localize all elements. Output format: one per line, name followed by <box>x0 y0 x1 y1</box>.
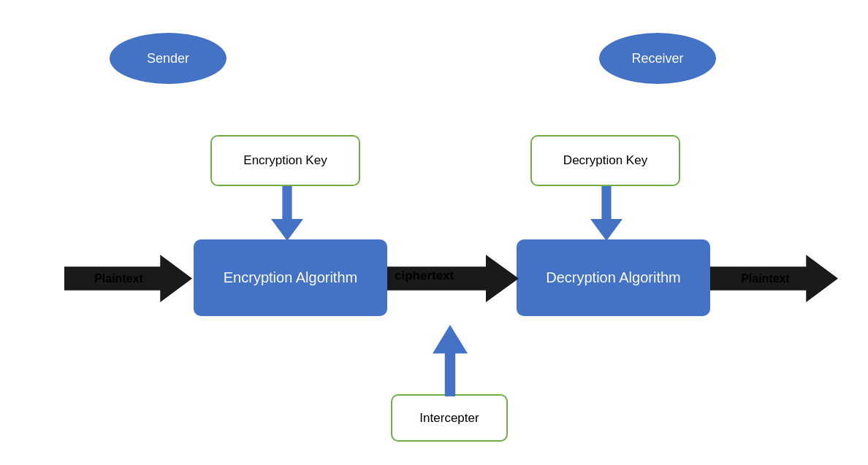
decryption-algorithm-box: Decryption Algorithm <box>517 239 710 316</box>
sender-ellipse: Sender <box>110 33 226 84</box>
decryption-key-arrow <box>590 186 623 241</box>
receiver-label: Receiver <box>631 51 683 66</box>
encryption-algorithm-label: Encryption Algorithm <box>224 269 357 286</box>
ciphertext-label: ciphertext <box>395 269 454 283</box>
sender-label: Sender <box>147 51 189 66</box>
intercepter-label: Intercepter <box>419 411 479 426</box>
receiver-ellipse: Receiver <box>599 33 716 84</box>
encryption-key-label: Encryption Key <box>243 153 327 168</box>
encryption-key-box: Encryption Key <box>210 135 360 186</box>
decryption-algorithm-label: Decryption Algorithm <box>546 269 681 286</box>
plaintext-left-label: Plaintext <box>66 261 172 296</box>
decryption-key-label: Decryption Key <box>563 153 647 168</box>
plaintext-right-label: Plaintext <box>712 261 818 296</box>
intercepter-arrow <box>433 325 468 396</box>
encryption-algorithm-box: Encryption Algorithm <box>194 239 387 316</box>
diagram: Sender Receiver Encryption Key Decryptio… <box>0 0 868 465</box>
intercepter-box: Intercepter <box>391 394 508 442</box>
encryption-key-arrow <box>271 186 303 241</box>
decryption-key-box: Decryption Key <box>530 135 680 186</box>
